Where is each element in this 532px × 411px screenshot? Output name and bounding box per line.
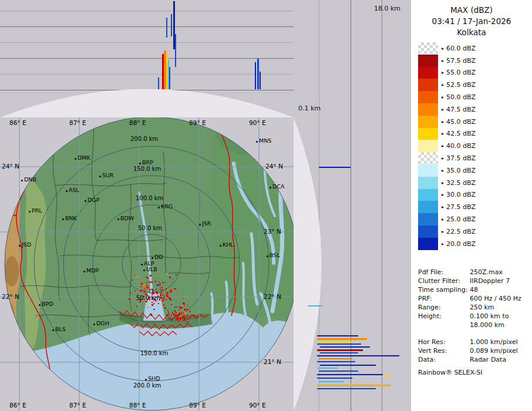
legend-swatch — [418, 225, 438, 238]
info-label: Hor Res: — [418, 338, 470, 346]
city-dot — [267, 255, 268, 257]
legend-swatch — [418, 164, 438, 177]
city-label: DD — [154, 254, 163, 260]
range-ring-label: 150.0 km — [133, 166, 161, 172]
software-brand: Rainbow® SELEX-SI — [418, 369, 532, 376]
city-dot — [85, 200, 86, 202]
legend-swatch — [418, 55, 438, 67]
city-label: DMK — [78, 154, 90, 161]
legend-label: 40.0 dBZ — [438, 140, 476, 152]
legend-swatch — [418, 79, 438, 91]
city-dot — [256, 141, 258, 143]
echo-bar — [317, 378, 352, 379]
side-profile-echoes — [294, 0, 411, 411]
legend-swatch — [418, 140, 438, 152]
legend-swatch — [418, 67, 438, 79]
info-value: 600 Hz / 450 Hz — [470, 294, 521, 303]
lon-label: 89° E — [189, 402, 206, 409]
echo-bar — [317, 355, 399, 356]
legend-row: 55.0 dBZ — [418, 67, 532, 79]
echo-bar — [308, 305, 323, 306]
city-dot — [62, 218, 64, 220]
sidebar-title-block: MAX (dBZ) 03:41 / 17-Jan-2026 Kolkata — [411, 5, 532, 38]
echo-bar — [169, 67, 170, 89]
legend-swatch — [418, 177, 438, 189]
echo-bar — [320, 352, 358, 353]
city-dot — [21, 180, 23, 181]
legend-label: 47.5 dBZ — [438, 103, 476, 116]
lon-label: 89° E — [189, 119, 206, 126]
legend-swatch — [418, 213, 438, 225]
city-label: BDW — [120, 215, 134, 221]
echo-bar — [320, 346, 370, 348]
info-value: 48 — [470, 285, 478, 294]
range-ring-label: 100.0 km — [136, 195, 163, 201]
city-dot — [99, 176, 101, 177]
lat-label: 22° N — [264, 293, 281, 300]
city-dot — [117, 218, 119, 220]
info-row: PRF:600 Hz / 450 Hz — [418, 294, 532, 303]
scan-datetime: 03:41 / 17-Jan-2026 — [411, 16, 532, 27]
legend-label: 35.0 dBZ — [438, 164, 476, 177]
city-label: SUR — [102, 172, 114, 178]
map-label-layer: 86° E87° E88° E89° E90° E86° E87° E88° E… — [0, 117, 294, 411]
city-dot — [139, 163, 141, 164]
lat-label: 22° N — [2, 293, 19, 300]
legend-row: 45.0 dBZ — [418, 116, 532, 128]
echo-bar — [255, 62, 256, 89]
legend-row: 35.0 dBZ — [418, 164, 532, 177]
city-label: DGH — [96, 320, 109, 326]
info-label: Data: — [418, 355, 470, 364]
echo-bar — [317, 361, 355, 362]
city-label: BSL — [270, 252, 280, 258]
city-label: BPD — [42, 301, 53, 307]
info-row: Vert Res:0.089 km/pixel — [418, 346, 532, 355]
legend-label: 50.0 dBZ — [438, 91, 476, 103]
city-label: ASL — [69, 187, 79, 193]
lon-label: 86° E — [9, 402, 26, 409]
echo-bar — [317, 368, 338, 369]
info-row: Range:250 km — [418, 303, 532, 312]
info-row: Pdf File:250Z.max — [418, 268, 532, 277]
city-dot — [143, 269, 145, 271]
legend-label: 20.0 dBZ — [438, 238, 476, 250]
lat-label: 21° N — [264, 358, 281, 365]
city-label: BNK — [65, 215, 77, 221]
legend-row: 57.5 dBZ — [418, 55, 532, 67]
info-label: PRF: — [418, 294, 470, 303]
city-label: JSD — [22, 241, 31, 248]
legend-swatch — [418, 238, 438, 250]
product-title: MAX (dBZ) — [411, 5, 532, 16]
range-ring-label: 50.0 km — [136, 295, 160, 301]
info-label: Range: — [418, 303, 470, 312]
lon-label: 90° E — [249, 402, 266, 409]
city-label: DGP — [87, 197, 99, 203]
range-ring-label: 150.0 km — [140, 350, 168, 356]
legend-swatch — [418, 116, 438, 128]
echo-bar — [166, 18, 167, 38]
city-dot — [141, 264, 143, 265]
city-dot — [29, 211, 31, 213]
info-label: Vert Res: — [418, 346, 470, 355]
info-value: 0.100 km to 18.000 km — [470, 312, 509, 329]
lon-label: 90° E — [249, 119, 266, 126]
echo-bar — [260, 72, 261, 89]
legend-swatch — [418, 91, 438, 103]
legend-label: 55.0 dBZ — [438, 67, 476, 79]
lat-label: 23° N — [264, 228, 281, 235]
radar-map-viewport[interactable]: 86° E87° E88° E89° E90° E86° E87° E88° E… — [0, 117, 294, 411]
echo-bar — [317, 385, 390, 386]
info-value: Radar Data — [470, 355, 506, 364]
range-ring-label: 200.0 km — [133, 382, 161, 389]
city-dot — [52, 329, 54, 331]
city-dot — [145, 379, 147, 380]
side-profile-panel: 18.0 km 0.1 km — [294, 0, 411, 411]
legend-label: 30.0 dBZ — [438, 189, 476, 201]
echo-bar — [257, 59, 259, 89]
city-dot — [39, 304, 41, 306]
city-label: KRG — [161, 203, 173, 210]
legend-label: 60.0 dBZ — [438, 42, 476, 55]
city-label: DCA — [272, 183, 284, 190]
city-dot — [75, 158, 76, 160]
echo-bar — [317, 374, 383, 375]
